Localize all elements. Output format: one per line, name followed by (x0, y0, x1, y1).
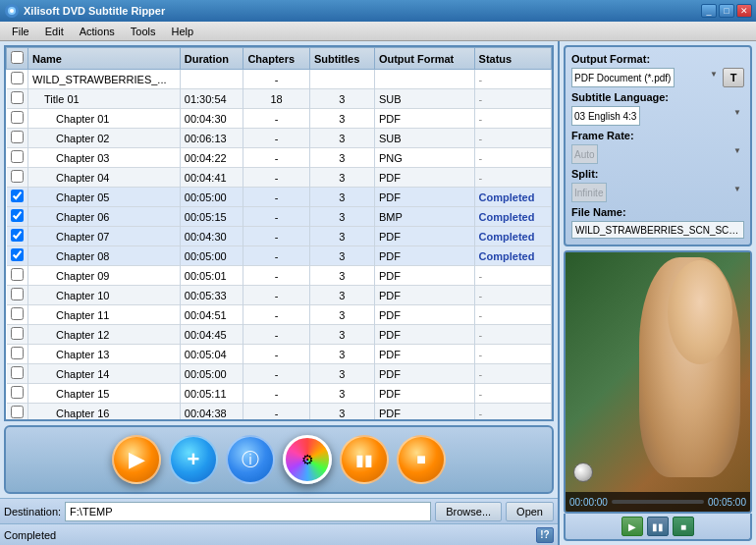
row-duration: 00:04:51 (180, 305, 243, 325)
row-checkbox[interactable] (11, 150, 24, 163)
toolbar-area: ▶ + ⓘ ⚙ ▮▮ ■ (4, 425, 554, 494)
open-button[interactable]: Open (506, 502, 554, 521)
row-subtitles: 3 (309, 207, 374, 227)
row-chapters: - (243, 286, 310, 305)
destination-input[interactable] (65, 502, 431, 521)
help-button[interactable]: !? (536, 527, 554, 543)
row-format (374, 70, 474, 89)
video-pause-button[interactable]: ▮▮ (647, 517, 669, 536)
row-chapters: - (243, 266, 310, 286)
table-row: WILD_STRAWBERRIES_... - - (7, 70, 552, 89)
main-container: Name Duration Chapters Subtitles Output … (0, 41, 756, 545)
info-button[interactable]: ⓘ (226, 435, 275, 484)
row-checkbox-cell (7, 70, 28, 89)
video-progress-bar[interactable] (612, 500, 704, 504)
settings-button[interactable]: ⚙ (283, 435, 332, 484)
row-subtitles: 3 (309, 384, 374, 404)
minimize-button[interactable]: _ (701, 4, 717, 18)
row-chapters: - (243, 246, 310, 266)
row-status: - (474, 129, 551, 148)
row-checkbox-cell (7, 345, 28, 364)
row-checkbox[interactable] (11, 131, 24, 143)
row-name: Chapter 07 (28, 227, 181, 246)
row-checkbox[interactable] (11, 366, 24, 379)
split-select[interactable]: Infinite (571, 183, 607, 202)
row-status: - (474, 70, 551, 89)
output-format-wrapper: PDF Document (*.pdf) (571, 68, 721, 87)
row-chapters: - (243, 404, 310, 420)
row-checkbox[interactable] (11, 268, 24, 281)
file-name-input[interactable] (571, 221, 744, 239)
maximize-button[interactable]: □ (719, 4, 734, 18)
row-checkbox[interactable] (11, 347, 24, 359)
subtitle-language-select[interactable]: 03 English 4:3 (571, 106, 640, 126)
row-duration: 00:05:00 (180, 246, 243, 266)
row-duration: 00:06:13 (180, 129, 243, 148)
row-checkbox[interactable] (11, 72, 24, 84)
frame-rate-wrapper: Auto (571, 144, 744, 164)
video-ball (573, 463, 593, 482)
table-row: Chapter 12 00:04:45 - 3 PDF - (7, 325, 552, 345)
row-status: - (474, 148, 551, 168)
table-row: Chapter 07 00:04:30 - 3 PDF Completed (7, 227, 552, 246)
menu-edit[interactable]: Edit (37, 24, 72, 39)
output-format-label: Output Format: (571, 53, 744, 65)
right-panel: Output Format: PDF Document (*.pdf) T Su… (560, 41, 756, 545)
row-subtitles: 3 (309, 364, 374, 384)
row-duration: 00:05:11 (180, 384, 243, 404)
frame-rate-label: Frame Rate: (571, 130, 744, 141)
row-duration: 00:05:01 (180, 266, 243, 286)
add-button[interactable]: + (169, 435, 218, 484)
row-status: - (474, 305, 551, 325)
menu-help[interactable]: Help (163, 24, 201, 39)
row-checkbox[interactable] (11, 248, 24, 261)
row-subtitles: 3 (309, 246, 374, 266)
row-checkbox[interactable] (11, 209, 24, 222)
select-all-checkbox[interactable] (11, 51, 24, 64)
row-name: Chapter 13 (28, 345, 181, 364)
row-status: - (474, 168, 551, 188)
row-subtitles: 3 (309, 129, 374, 148)
row-subtitles: 3 (309, 188, 374, 207)
video-stop-button[interactable]: ■ (673, 517, 694, 536)
pause-button[interactable]: ▮▮ (340, 435, 389, 484)
t-button[interactable]: T (723, 68, 744, 87)
row-checkbox[interactable] (11, 406, 24, 418)
row-duration: 00:04:45 (180, 325, 243, 345)
row-checkbox[interactable] (11, 288, 24, 300)
row-name: Chapter 06 (28, 207, 181, 227)
row-status: - (474, 109, 551, 129)
row-name: Title 01 (28, 89, 181, 109)
row-checkbox[interactable] (11, 386, 24, 399)
table-row: Chapter 10 00:05:33 - 3 PDF - (7, 286, 552, 305)
menu-actions[interactable]: Actions (72, 24, 123, 39)
row-checkbox[interactable] (11, 190, 24, 202)
row-chapters: - (243, 129, 310, 148)
row-checkbox-cell (7, 305, 28, 325)
row-checkbox[interactable] (11, 91, 24, 104)
menu-file[interactable]: File (4, 24, 37, 39)
row-format: PDF (374, 345, 474, 364)
row-checkbox[interactable] (11, 170, 24, 183)
row-format: PDF (374, 404, 474, 420)
destination-bar: Destination: Browse... Open (0, 498, 558, 523)
video-play-button[interactable]: ▶ (621, 517, 643, 536)
row-checkbox[interactable] (11, 229, 24, 242)
convert-button[interactable]: ▶ (112, 435, 161, 484)
video-content (566, 252, 750, 512)
output-format-select[interactable]: PDF Document (*.pdf) (571, 68, 675, 87)
row-checkbox[interactable] (11, 111, 24, 124)
row-checkbox[interactable] (11, 327, 24, 340)
row-subtitles: 3 (309, 168, 374, 188)
menu-tools[interactable]: Tools (123, 24, 164, 39)
table-scroll[interactable]: Name Duration Chapters Subtitles Output … (6, 47, 552, 419)
row-format: PDF (374, 305, 474, 325)
frame-rate-select[interactable]: Auto (571, 144, 598, 164)
browse-button[interactable]: Browse... (435, 502, 502, 521)
stop-button[interactable]: ■ (397, 435, 446, 484)
row-checkbox[interactable] (11, 307, 24, 320)
file-name-label: File Name: (571, 206, 744, 218)
close-button[interactable]: ✕ (736, 4, 752, 18)
row-format: BMP (374, 207, 474, 227)
row-duration: 00:05:33 (180, 286, 243, 305)
